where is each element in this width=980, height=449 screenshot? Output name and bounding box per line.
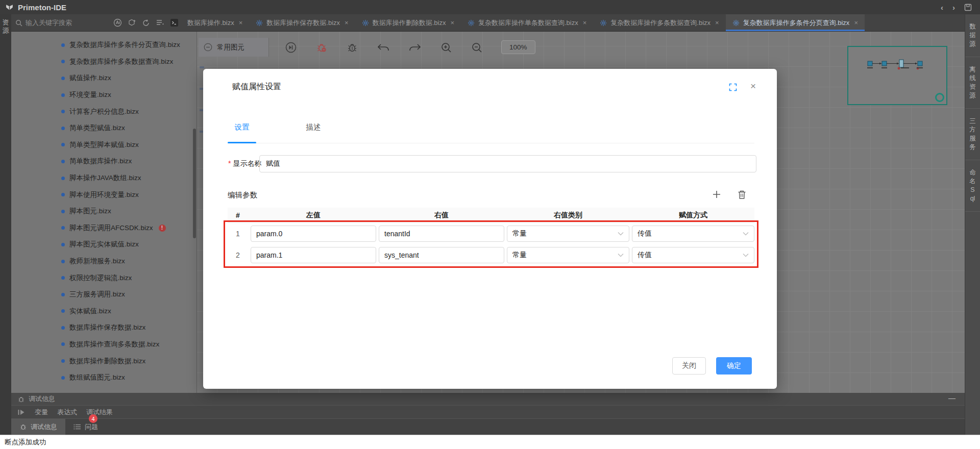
- left-value-input[interactable]: param.1: [251, 247, 376, 263]
- file-item[interactable]: 数据库操作查询多条数据.bizx: [11, 336, 197, 353]
- tab-label: 数据库操作删除数据.bizx: [373, 18, 446, 28]
- rail-datasource[interactable]: 数据源: [965, 14, 980, 57]
- file-item[interactable]: 赋值操作.bizx: [11, 70, 197, 87]
- search-placeholder: 输入关键字搜索: [26, 18, 72, 28]
- file-item[interactable]: 复杂数据库操作多条数据查询.bizx: [11, 54, 197, 70]
- rail-resources-label[interactable]: 资源: [2, 18, 9, 35]
- file-item[interactable]: 脚本图元调用AFCSDK.bizx!: [11, 220, 197, 237]
- new-model-icon[interactable]: [128, 18, 136, 27]
- zoom-level-display[interactable]: 100%: [501, 40, 535, 54]
- tab-complex-multi-query[interactable]: 复杂数据库操作多条数据查询.bizx ×: [593, 14, 725, 31]
- subtab-expressions[interactable]: 表达式: [57, 408, 77, 417]
- tab-close-icon[interactable]: ×: [715, 19, 719, 27]
- editor-mode-icon[interactable]: [170, 18, 179, 27]
- tab-db-operate[interactable]: 数据库操作.bizx ×: [181, 14, 249, 31]
- bullet-icon: [61, 260, 65, 263]
- tab-complex-paged-query-active[interactable]: 复杂数据库操作多条件分页查询.bizx ×: [726, 14, 865, 31]
- file-item[interactable]: 简单类型脚本赋值.bizx: [11, 137, 197, 154]
- nav-forward-icon[interactable]: ›: [952, 3, 955, 12]
- rail-named-sql[interactable]: 命名Sql: [965, 160, 980, 212]
- required-mark: *: [228, 159, 231, 167]
- confirm-button[interactable]: 确定: [716, 357, 752, 375]
- debug-icon[interactable]: [346, 41, 358, 54]
- bullet-icon: [61, 309, 65, 313]
- dialog-close-icon[interactable]: ×: [750, 81, 756, 92]
- file-item[interactable]: 环境变量.bizx: [11, 87, 197, 104]
- zoom-in-icon[interactable]: [440, 41, 452, 54]
- step-play-icon[interactable]: [17, 409, 26, 416]
- bullet-icon: [61, 93, 65, 97]
- file-item[interactable]: 三方服务调用.bizx: [11, 286, 197, 303]
- row-index: 2: [228, 251, 248, 259]
- minimap[interactable]: [847, 46, 947, 105]
- right-value-input[interactable]: sys_tenant: [379, 247, 504, 263]
- file-item[interactable]: 数组赋值图元.bizx: [11, 369, 197, 386]
- file-item[interactable]: 实体赋值.bizx: [11, 303, 197, 320]
- file-item[interactable]: 计算客户积分信息.bizx: [11, 103, 197, 120]
- file-item[interactable]: 数据库操作保存数据.bizx: [11, 319, 197, 336]
- assign-mode-select[interactable]: 传值: [632, 226, 754, 242]
- run-to-icon[interactable]: [285, 41, 297, 54]
- file-item[interactable]: 简单数据库操作.bizx: [11, 153, 197, 170]
- assign-mode-select[interactable]: 传值: [632, 247, 754, 263]
- file-name: 脚本图元实体赋值.bizx: [69, 240, 139, 249]
- redo-icon[interactable]: [408, 42, 422, 53]
- save-layout-icon[interactable]: [964, 4, 972, 11]
- search-input[interactable]: 输入关键字搜索: [11, 18, 113, 28]
- close-button[interactable]: 关闭: [672, 357, 706, 375]
- tab-close-icon[interactable]: ×: [345, 19, 349, 27]
- stop-debug-icon[interactable]: [315, 41, 328, 54]
- tab-label: 复杂数据库操作多条数据查询.bizx: [610, 18, 710, 28]
- rail-third-party-service[interactable]: 三方服务: [965, 109, 980, 160]
- add-param-icon[interactable]: [712, 189, 722, 199]
- bottom-tab-debug-info[interactable]: 调试信息: [11, 419, 65, 435]
- sort-list-icon[interactable]: [156, 19, 164, 27]
- file-item[interactable]: 脚本图元.bizx: [11, 203, 197, 220]
- tab-close-icon[interactable]: ×: [583, 19, 587, 27]
- col-assign-mode: 赋值方式: [632, 211, 754, 220]
- fullscreen-icon[interactable]: [729, 83, 737, 91]
- dialog-tab-description[interactable]: 描述: [299, 122, 328, 132]
- right-value-input[interactable]: tenantId: [379, 226, 504, 242]
- undo-icon[interactable]: [377, 42, 390, 53]
- col-right-type: 右值类别: [507, 211, 629, 220]
- file-item[interactable]: 教师新增服务.bizx: [11, 253, 197, 270]
- file-item[interactable]: 脚本图元实体赋值.bizx: [11, 236, 197, 253]
- dialog-tab-settings[interactable]: 设置: [228, 122, 256, 132]
- file-item[interactable]: 脚本操作JAVA数组.bizx: [11, 170, 197, 187]
- delete-param-icon[interactable]: [737, 190, 747, 199]
- gear-icon: [600, 19, 607, 27]
- ai-assist-icon[interactable]: [113, 18, 122, 27]
- debug-header[interactable]: 调试信息 —: [11, 393, 965, 406]
- minimize-panel-icon[interactable]: —: [948, 394, 955, 402]
- chevron-down-icon: [618, 232, 624, 236]
- tab-close-icon[interactable]: ×: [239, 19, 243, 27]
- file-item[interactable]: 权限控制逻辑流.bizx: [11, 269, 197, 286]
- tab-db-delete[interactable]: 数据库操作删除数据.bizx ×: [355, 14, 461, 31]
- refresh-icon[interactable]: [142, 19, 150, 27]
- file-item[interactable]: 脚本使用环境变量.bizx: [11, 186, 197, 203]
- display-name-input[interactable]: 赋值: [259, 155, 756, 172]
- rail-offline-resource[interactable]: 离线资源: [965, 57, 980, 109]
- sidebar-scrollbar[interactable]: [193, 129, 196, 238]
- file-item[interactable]: 数据库操作删除数据.bizx: [11, 353, 197, 369]
- bottom-tab-problems[interactable]: 问题: [65, 419, 106, 435]
- subtab-variables[interactable]: 变量: [35, 408, 48, 417]
- left-value-input[interactable]: param.0: [251, 226, 376, 242]
- file-item[interactable]: 复杂数据库操作多条件分页查询.bizx: [11, 37, 197, 54]
- right-type-select[interactable]: 常量: [507, 247, 629, 263]
- tab-label: 数据库操作.bizx: [187, 18, 234, 28]
- tab-close-icon[interactable]: ×: [854, 19, 858, 27]
- zoom-out-icon[interactable]: [471, 41, 483, 54]
- file-name: 脚本图元调用AFCSDK.bizx: [69, 223, 153, 233]
- nav-back-icon[interactable]: ‹: [941, 3, 943, 12]
- tab-db-save[interactable]: 数据库操作保存数据.bizx ×: [249, 14, 355, 31]
- file-item[interactable]: 简单类型赋值.bizx: [11, 120, 197, 137]
- right-type-select[interactable]: 常量: [507, 226, 629, 242]
- collapse-circle-icon[interactable]: [204, 43, 212, 52]
- bullet-icon: [61, 293, 65, 296]
- tab-close-icon[interactable]: ×: [450, 19, 454, 27]
- palette-header[interactable]: 常用图元: [199, 38, 269, 57]
- file-name: 实体赋值.bizx: [69, 307, 111, 316]
- tab-complex-single-query[interactable]: 复杂数据库操作单条数据查询.bizx ×: [461, 14, 593, 31]
